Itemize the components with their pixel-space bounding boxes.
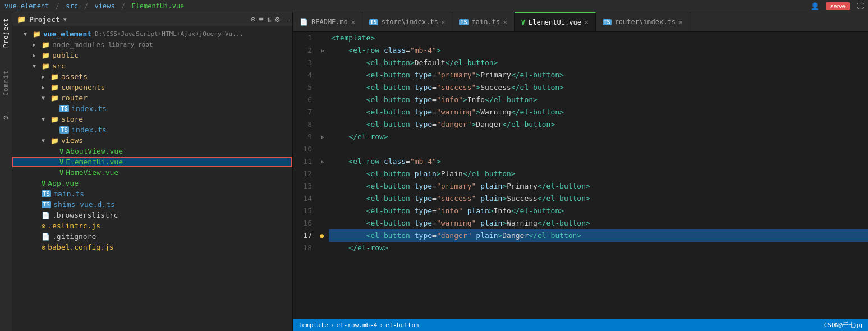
fold-icon[interactable]: ⊳ xyxy=(321,134,324,140)
tree-item-root[interactable]: ▼ 📁 vue_element D:\CSS+JavaScript+HTML+A… xyxy=(12,29,292,39)
token-s-text xyxy=(410,118,415,131)
code-line-16[interactable]: <el-button type="warning" plain>Warning<… xyxy=(329,217,868,229)
tree-item-appvue[interactable]: ▶ V App.vue xyxy=(12,178,292,189)
tree-item-store-index[interactable]: ▶ TS index.ts xyxy=(12,125,292,135)
vue-icon-aboutview: V xyxy=(59,148,63,155)
token-s-bracket: = xyxy=(432,81,437,94)
tree-arrow-components: ▶ xyxy=(42,84,50,90)
code-line-14[interactable]: <el-button type="success" plain>Success<… xyxy=(329,192,868,205)
top-bar: vue_element / src / views / ElementUi.vu… xyxy=(0,0,868,12)
close-sidebar-icon[interactable]: — xyxy=(283,15,288,24)
code-line-18[interactable]: </el-row> xyxy=(329,242,868,254)
token-s-text xyxy=(410,106,415,118)
code-line-7[interactable]: <el-button type="warning">Warning</el-bu… xyxy=(329,106,868,118)
code-line-12[interactable]: <el-button plain>Plain</el-button> xyxy=(329,168,868,180)
token-s-tag: > xyxy=(410,57,415,69)
tab-close-readme[interactable]: ✕ xyxy=(351,19,355,26)
tab-close-maints[interactable]: ✕ xyxy=(503,19,507,26)
serve-button[interactable]: serve xyxy=(826,2,850,10)
fold-icon[interactable]: ⊳ xyxy=(321,48,324,54)
token-s-text xyxy=(331,168,366,180)
code-line-6[interactable]: <el-button type="info">Info</el-button> xyxy=(329,94,868,106)
folder-icon-store: 📁 xyxy=(50,116,59,123)
project-tab[interactable]: Project xyxy=(0,12,12,53)
token-s-string: "danger" xyxy=(437,118,472,131)
tree-item-router[interactable]: ▼ 📁 router xyxy=(12,93,292,103)
chevron-down-icon[interactable]: ▼ xyxy=(63,16,67,22)
gutter-line-8 xyxy=(320,118,329,131)
tree-item-aboutview[interactable]: ▶ V AboutView.vue xyxy=(12,146,292,157)
sort-icon[interactable]: ⇅ xyxy=(267,15,272,24)
token-s-tag: <el-row xyxy=(348,44,379,57)
tab-close-store-index[interactable]: ✕ xyxy=(442,19,446,26)
line-number-1: 1 xyxy=(293,32,315,44)
token-s-text xyxy=(331,118,366,131)
token-s-text xyxy=(331,155,348,168)
tree-item-maints[interactable]: ▶ TS main.ts xyxy=(12,189,292,199)
tree-item-babelconfig[interactable]: ▶ ⚙ babel.config.js xyxy=(12,242,292,252)
expand-icon[interactable]: ⛶ xyxy=(857,2,864,10)
fold-icon[interactable]: ⊳ xyxy=(321,159,324,165)
collapse-all-icon[interactable]: ≡ xyxy=(259,15,263,24)
tab-maints[interactable]: TS main.ts ✕ xyxy=(452,12,514,32)
code-line-10[interactable] xyxy=(329,143,868,155)
code-line-4[interactable]: <el-button type="primary">Primary</el-bu… xyxy=(329,69,868,81)
code-line-8[interactable]: <el-button type="danger">Danger</el-butt… xyxy=(329,118,868,131)
file-icon-gitignore: 📄 xyxy=(42,233,50,241)
token-s-tag: > xyxy=(502,217,507,229)
tree-item-homeview[interactable]: ▶ V HomeView.vue xyxy=(12,167,292,178)
locate-icon[interactable]: ⊙ xyxy=(251,15,255,24)
line-number-4: 4 xyxy=(293,69,315,81)
token-s-attr: plain xyxy=(480,180,502,192)
tree-item-elementui[interactable]: ▶ V ElementUi.vue xyxy=(12,157,292,167)
tab-readme[interactable]: 📄 README.md ✕ xyxy=(293,12,362,32)
gutter-line-11: ⊳ xyxy=(320,155,329,168)
tree-item-assets[interactable]: ▶ 📁 assets xyxy=(12,71,292,82)
tree-item-browserslistrc[interactable]: ▶ 📄 .browserslistrc xyxy=(12,210,292,220)
tree-arrow-views: ▼ xyxy=(42,137,50,144)
tree-item-gitignore[interactable]: ▶ 📄 .gitignore xyxy=(12,231,292,242)
tree-item-src[interactable]: ▼ 📁 src xyxy=(12,61,292,71)
tab-close-router-index[interactable]: ✕ xyxy=(679,19,683,26)
tree-item-node-modules[interactable]: ▶ 📁 node_modules library root xyxy=(12,39,292,50)
tree-item-eslintrc[interactable]: ▶ ⊙ .eslintrc.js xyxy=(12,220,292,231)
tab-elementui[interactable]: V ElementUi.vue ✕ xyxy=(515,12,596,32)
code-line-11[interactable]: <el-row class="mb-4"> xyxy=(329,155,868,168)
gear-icon[interactable]: ⚙ xyxy=(275,15,279,24)
status-breadcrumb-template: template xyxy=(298,321,328,329)
token-s-text: Info xyxy=(494,205,511,217)
gutter-line-13 xyxy=(320,180,329,192)
tree-item-router-index[interactable]: ▶ TS index.ts xyxy=(12,103,292,114)
code-line-1[interactable]: <template> xyxy=(329,32,868,44)
code-content[interactable]: <template> <el-row class="mb-4"> <el-but… xyxy=(329,32,868,319)
ts-icon-store-tab: TS xyxy=(369,19,378,25)
token-s-string: "success" xyxy=(437,81,476,94)
gutter-line-12 xyxy=(320,168,329,180)
tab-close-elementui[interactable]: ✕ xyxy=(585,19,589,26)
code-line-5[interactable]: <el-button type="success">Success</el-bu… xyxy=(329,81,868,94)
token-s-tag: <template> xyxy=(331,32,375,44)
tree-arrow-node-modules: ▶ xyxy=(33,42,42,48)
tab-router-index[interactable]: TS router\index.ts ✕ xyxy=(596,12,690,32)
code-line-17[interactable]: <el-button type="danger" plain>Danger</e… xyxy=(329,229,868,242)
settings-icon[interactable]: ⚙ xyxy=(3,113,8,122)
code-editor: 123456789101112131415161718 ⊳⊳⊳● <templa… xyxy=(293,32,868,319)
code-line-13[interactable]: <el-button type="primary" plain>Primary<… xyxy=(329,180,868,192)
tree-item-store[interactable]: ▼ 📁 store xyxy=(12,114,292,125)
gutter-line-16 xyxy=(320,217,329,229)
token-s-bracket: = xyxy=(432,229,437,242)
commit-tab[interactable]: Commit xyxy=(0,65,12,102)
token-s-tag: <el-button xyxy=(366,106,410,118)
tab-store-index[interactable]: TS store\index.ts ✕ xyxy=(362,12,453,32)
code-line-9[interactable]: </el-row> xyxy=(329,131,868,143)
code-line-3[interactable]: <el-button>Default</el-button> xyxy=(329,57,868,69)
tree-item-components[interactable]: ▶ 📁 components xyxy=(12,82,292,93)
token-s-string: "info" xyxy=(437,94,463,106)
token-s-text xyxy=(379,155,384,168)
code-line-15[interactable]: <el-button type="info" plain>Info</el-bu… xyxy=(329,205,868,217)
tree-item-public[interactable]: ▶ 📁 public xyxy=(12,50,292,61)
tree-item-shims[interactable]: ▶ TS shims-vue.d.ts xyxy=(12,199,292,210)
code-line-2[interactable]: <el-row class="mb-4"> xyxy=(329,44,868,57)
token-s-tag: <el-button xyxy=(366,180,410,192)
tree-item-views[interactable]: ▼ 📁 views xyxy=(12,135,292,146)
